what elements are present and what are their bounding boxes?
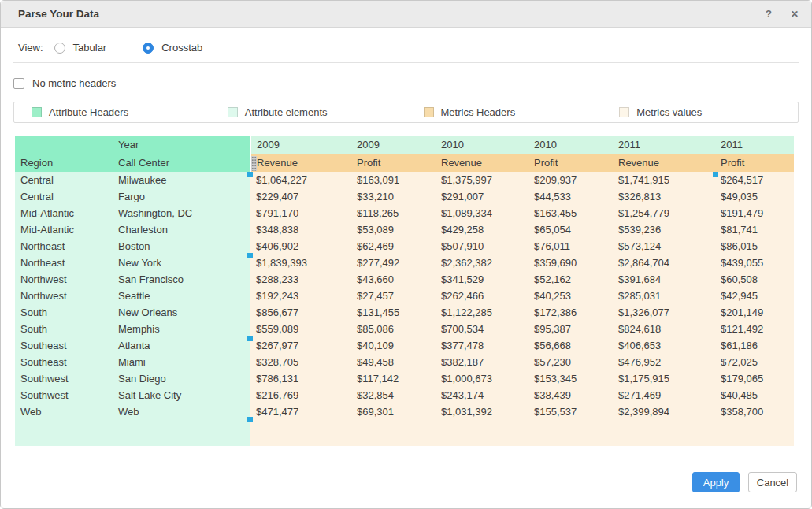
data-cell: $359,690 (528, 254, 613, 271)
header-cell[interactable]: 2011 (715, 136, 794, 154)
data-cell: $191,479 (715, 205, 794, 221)
data-cell: $791,170 (250, 205, 351, 221)
help-icon[interactable]: ? (766, 1, 772, 28)
data-cell: $824,618 (613, 321, 715, 337)
data-cell: $559,089 (250, 321, 351, 337)
data-cell: Mid-Atlantic (15, 205, 113, 221)
data-cell: $439,055 (715, 254, 794, 271)
table-row: NortheastBoston$406,902$62,469$507,910$7… (15, 238, 794, 254)
data-cell: Central (15, 188, 113, 205)
data-cell (15, 420, 113, 446)
data-cell: $172,386 (528, 304, 613, 321)
data-cell: $32,854 (351, 387, 436, 403)
data-cell: Fargo (113, 188, 250, 205)
data-cell: $285,031 (613, 288, 715, 304)
data-cell: $40,253 (528, 288, 613, 304)
header-cell[interactable]: Revenue (250, 154, 351, 172)
data-cell: Washington, DC (113, 205, 250, 221)
radio-tabular-label: Tabular (73, 42, 107, 54)
header-cell[interactable] (15, 136, 113, 154)
table-row: NorthwestSan Francisco$288,233$43,660$34… (15, 271, 794, 288)
data-cell: Southeast (15, 354, 113, 370)
data-cell (436, 420, 528, 446)
data-cell: $229,407 (250, 188, 351, 205)
data-cell: $2,864,704 (613, 254, 715, 271)
table-row: CentralFargo$229,407$33,210$291,007$44,5… (15, 188, 794, 205)
data-cell: $49,458 (351, 354, 436, 370)
data-cell: $507,910 (436, 238, 528, 254)
data-cell: $2,362,382 (436, 254, 528, 271)
data-cell: $44,533 (528, 188, 613, 205)
selection-handle[interactable] (247, 172, 253, 177)
view-selector-row: View: Tabular Crosstab (18, 40, 811, 55)
legend-label: Attribute elements (245, 106, 328, 118)
table-row: SouthNew Orleans$856,677$131,455$1,122,2… (15, 304, 794, 321)
data-cell: $573,124 (613, 238, 715, 254)
data-cell: $476,952 (613, 354, 715, 370)
header-cell[interactable]: Region (15, 154, 113, 172)
radio-crosstab-circle[interactable] (143, 43, 154, 54)
data-cell: $271,469 (613, 387, 715, 403)
table-row: SoutheastMiami$328,705$49,458$382,187$57… (15, 354, 794, 370)
header-cell[interactable]: 2009 (351, 136, 436, 154)
no-metric-headers-label: No metric headers (32, 77, 116, 89)
dialog-titlebar: Parse Your Data ? ✕ (1, 1, 811, 28)
header-cell[interactable]: Profit (528, 154, 613, 172)
header-cell[interactable]: 2010 (436, 136, 528, 154)
data-cell: $1,741,915 (613, 172, 715, 188)
no-metric-headers-checkbox[interactable] (13, 78, 24, 89)
selection-handle[interactable] (713, 172, 718, 177)
close-icon[interactable]: ✕ (791, 1, 799, 28)
data-cell: $1,064,227 (250, 172, 351, 188)
drag-grip-icon[interactable] (251, 156, 257, 171)
data-cell: $700,534 (436, 321, 528, 337)
legend-label: Metrics values (636, 106, 702, 118)
header-cell[interactable]: Year (113, 136, 250, 154)
apply-button[interactable]: Apply (692, 472, 740, 492)
cancel-button[interactable]: Cancel (748, 472, 797, 492)
data-cell: $1,089,334 (436, 205, 528, 221)
data-cell: $1,031,392 (436, 403, 528, 420)
table-row: CentralMilwaukee$1,064,227$163,091$1,375… (15, 172, 794, 188)
table-row: WebWeb$471,477$69,301$1,031,392$155,537$… (15, 403, 794, 420)
data-cell: $429,258 (436, 221, 528, 238)
table-row: Mid-AtlanticWashington, DC$791,170$118,2… (15, 205, 794, 221)
data-cell: $277,492 (351, 254, 436, 271)
data-cell: $40,109 (351, 337, 436, 354)
data-cell: $201,149 (715, 304, 794, 321)
data-cell: $62,469 (351, 238, 436, 254)
data-cell: South (15, 304, 113, 321)
legend-label: Attribute Headers (49, 106, 128, 118)
metrics-header-row: RegionCall CenterRevenueProfitRevenuePro… (15, 154, 794, 172)
data-cell: $786,131 (250, 370, 351, 387)
data-cell: $65,054 (528, 221, 613, 238)
data-cell: $118,265 (351, 205, 436, 221)
header-cell[interactable]: 2009 (250, 136, 351, 154)
table-row: SouthwestSalt Lake City$216,769$32,854$2… (15, 387, 794, 403)
legend-swatch (619, 107, 629, 117)
data-cell: $61,186 (715, 337, 794, 354)
table-row: SouthMemphis$559,089$85,086$700,534$95,3… (15, 321, 794, 337)
header-cell[interactable]: 2010 (528, 136, 613, 154)
selection-handle[interactable] (247, 417, 253, 422)
radio-crosstab[interactable]: Crosstab (143, 42, 202, 54)
header-cell[interactable]: Revenue (613, 154, 715, 172)
selection-handle[interactable] (247, 336, 253, 341)
radio-tabular-circle[interactable] (54, 43, 65, 54)
data-cell: $76,011 (528, 238, 613, 254)
radio-tabular[interactable]: Tabular (54, 42, 107, 54)
data-cell: $57,230 (528, 354, 613, 370)
data-cell: Northeast (15, 254, 113, 271)
data-cell: San Diego (113, 370, 250, 387)
data-cell: $163,455 (528, 205, 613, 221)
header-cell[interactable]: Profit (351, 154, 436, 172)
header-cell[interactable]: Profit (715, 154, 794, 172)
header-cell[interactable]: Revenue (436, 154, 528, 172)
header-cell[interactable]: 2011 (613, 136, 715, 154)
header-cell[interactable]: Call Center (113, 154, 250, 172)
selection-handle[interactable] (247, 253, 253, 258)
data-cell: $406,653 (613, 337, 715, 354)
data-cell: $121,492 (715, 321, 794, 337)
data-cell: Salt Lake City (113, 387, 250, 403)
parse-your-data-dialog: Parse Your Data ? ✕ View: Tabular Crosst… (0, 0, 812, 509)
